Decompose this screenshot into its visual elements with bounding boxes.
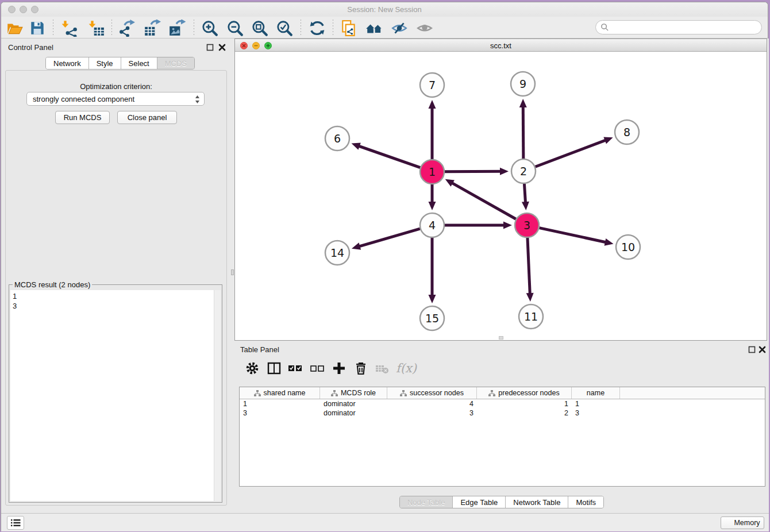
graph-arrowhead-1-2 [500, 168, 509, 175]
add-column-icon[interactable] [331, 360, 347, 376]
export-table-icon[interactable] [144, 20, 161, 37]
zoom-fit-icon[interactable] [251, 20, 268, 37]
delete-column-icon[interactable] [353, 360, 369, 376]
cell-shared-name[interactable]: 3 [240, 408, 320, 418]
graph-edge-1-6[interactable] [357, 145, 420, 167]
tab-network[interactable]: Network [46, 57, 89, 69]
tab-style[interactable]: Style [89, 57, 121, 69]
export-network-icon[interactable] [118, 20, 136, 37]
graph-edge-3-1[interactable] [451, 182, 516, 219]
view-resize-handle[interactable] [499, 336, 503, 340]
column-layout-icon[interactable] [266, 360, 282, 376]
mcds-result-title: MCDS result (2 nodes) [13, 280, 92, 289]
graph-node-label-10: 10 [621, 241, 635, 253]
mcds-result-list[interactable]: 1 3 [10, 290, 214, 501]
status-bar: Memory [1, 513, 769, 531]
select-all-icon[interactable] [287, 360, 303, 376]
graph-node-label-8: 8 [623, 126, 630, 138]
cell-name[interactable]: 1 [572, 399, 620, 408]
column-header[interactable]: shared name [240, 387, 320, 399]
hide-panels-icon[interactable] [391, 20, 408, 37]
cell-shared-name[interactable]: 1 [240, 399, 320, 408]
close-panel-button[interactable]: Close panel [117, 111, 177, 124]
toolbar-separator [53, 20, 53, 36]
cell-mcds-role[interactable]: dominator [320, 399, 387, 408]
cell-mcds-role[interactable]: dominator [320, 408, 387, 418]
mcds-result-group: MCDS result (2 nodes) 1 3 [9, 284, 222, 503]
column-header[interactable]: predecessor nodes [477, 387, 572, 399]
tab-edge-table[interactable]: Edge Table [453, 496, 506, 508]
graph-arrowhead-3-10 [605, 238, 614, 246]
cell-successor-nodes[interactable]: 3 [387, 408, 477, 418]
cell-predecessor-nodes[interactable]: 2 [477, 408, 572, 418]
delete-table-icon[interactable] [374, 360, 390, 376]
graph-edge-2-9[interactable] [523, 105, 523, 159]
import-table-icon[interactable] [88, 20, 105, 37]
show-task-history-button[interactable] [7, 516, 24, 530]
toolbar-separator [194, 20, 194, 36]
graph-edge-3-10[interactable] [540, 228, 607, 243]
dropdown-value: strongly connected component [33, 95, 134, 103]
cell-successor-nodes[interactable]: 4 [387, 399, 477, 408]
graph-edge-2-8[interactable] [536, 140, 607, 167]
zoom-selected-icon[interactable] [276, 20, 293, 37]
function-builder-icon[interactable]: f(x) [396, 360, 419, 376]
close-table-panel-icon[interactable] [759, 346, 766, 353]
tab-node-table[interactable]: Node Table [400, 496, 453, 508]
list-icon [11, 519, 21, 527]
column-header[interactable]: successor nodes [387, 387, 477, 399]
result-scrollbar[interactable] [214, 290, 221, 501]
graph-edge-3-11[interactable] [528, 238, 530, 295]
zoom-in-icon[interactable] [201, 20, 218, 37]
tab-network-table[interactable]: Network Table [506, 496, 568, 508]
tab-mcds[interactable]: MCDS [157, 57, 194, 69]
float-table-panel-icon[interactable] [748, 346, 756, 353]
graph-arrowhead-4-15 [429, 295, 436, 303]
hierarchy-icon [254, 390, 261, 396]
run-mcds-button[interactable]: Run MCDS [55, 111, 110, 124]
deselect-all-icon[interactable] [309, 360, 325, 376]
cell-name[interactable]: 3 [572, 408, 620, 418]
graph-node-label-4: 4 [429, 219, 436, 232]
graph-arrowhead-1-4 [429, 202, 436, 210]
show-panels-icon[interactable] [416, 20, 433, 37]
duplicate-network-icon[interactable] [340, 20, 357, 37]
hierarchy-icon [400, 390, 407, 396]
tab-motifs[interactable]: Motifs [568, 496, 603, 508]
hierarchy-icon [488, 390, 495, 396]
save-session-icon[interactable] [29, 20, 46, 37]
cell-predecessor-nodes[interactable]: 1 [477, 399, 572, 408]
graph-edge-1-2[interactable] [445, 171, 502, 172]
export-image-icon[interactable] [168, 20, 186, 37]
column-header[interactable]: name [572, 387, 620, 399]
manage-networks-icon[interactable] [365, 20, 383, 37]
tab-select[interactable]: Select [121, 57, 157, 69]
zoom-out-icon[interactable] [226, 20, 244, 37]
float-panel-icon[interactable] [206, 44, 214, 51]
node-attribute-table: shared name MCDS role successor nodes pr… [239, 387, 765, 487]
graph-edge-2-3[interactable] [524, 184, 525, 204]
splitter-handle[interactable] [231, 269, 234, 275]
search-input[interactable] [595, 20, 762, 34]
table-panel-title: Table Panel [240, 345, 279, 354]
column-header[interactable]: MCDS role [320, 387, 387, 399]
graph-arrowhead-4-14 [352, 242, 361, 249]
graph-arrowhead-1-7 [429, 100, 436, 109]
import-network-icon[interactable] [61, 20, 78, 37]
network-window-titlebar[interactable]: scc.txt [235, 39, 767, 52]
close-panel-icon[interactable] [218, 44, 226, 51]
table-row[interactable]: 1 dominator 4 1 1 [240, 399, 765, 408]
graph-arrowhead-4-3 [503, 222, 512, 229]
memory-button[interactable]: Memory [721, 516, 764, 529]
graph-arrowhead-1-6 [352, 142, 361, 149]
control-panel: Control Panel Network Style Select MCDS … [1, 38, 231, 513]
open-session-icon[interactable] [6, 20, 23, 37]
optimization-criterion-select[interactable]: strongly connected component [26, 92, 205, 106]
network-canvas[interactable]: 7968124314101511 [235, 52, 767, 340]
table-settings-icon[interactable] [244, 360, 260, 376]
table-row[interactable]: 3 dominator 3 2 3 [240, 408, 765, 418]
column-label: name [587, 389, 605, 397]
table-header-row: shared name MCDS role successor nodes pr… [240, 387, 765, 399]
graph-edge-4-14[interactable] [358, 229, 420, 247]
apply-layout-icon[interactable] [309, 20, 326, 37]
